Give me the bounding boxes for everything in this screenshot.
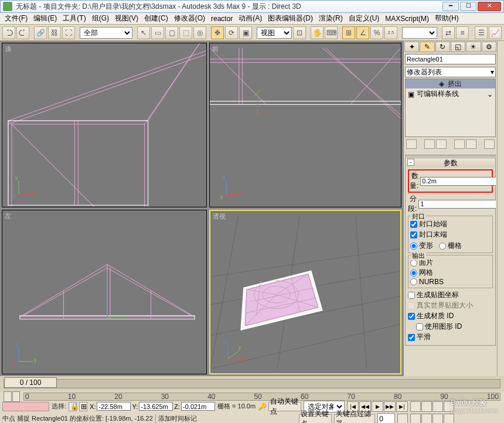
show-end-result-button[interactable] <box>424 139 435 149</box>
angle-snap-button[interactable]: ∠ <box>356 26 369 39</box>
snap-toggle-button[interactable]: ⊞ <box>342 26 355 39</box>
percent-snap-button[interactable]: % <box>370 26 383 39</box>
viewport-front[interactable]: 前 zxy <box>209 43 401 207</box>
undo-button[interactable] <box>2 26 15 39</box>
cap-grid-radio[interactable] <box>439 243 446 250</box>
make-unique-button[interactable] <box>436 139 447 149</box>
menu-item[interactable]: MAXScript(M) <box>383 13 431 24</box>
command-tab-3[interactable]: ◱ <box>451 42 465 52</box>
align-button[interactable]: ≡ <box>456 26 469 39</box>
command-tab-5[interactable]: ⚙ <box>482 42 496 52</box>
bind-button[interactable]: ⛶ <box>62 26 75 39</box>
viewport-pan-button[interactable] <box>410 401 421 412</box>
redo-button[interactable] <box>16 26 29 39</box>
window-crossing-button[interactable]: ⬚ <box>179 26 192 39</box>
nav-walk-button[interactable] <box>421 414 432 424</box>
viewport-zoomext-button[interactable] <box>433 401 443 412</box>
menu-item[interactable]: 工具(T) <box>60 12 88 25</box>
menu-item[interactable]: 帮助(H) <box>433 12 461 25</box>
layer-button[interactable]: ☰ <box>475 26 488 39</box>
remove-modifier-button[interactable] <box>454 139 465 149</box>
output-nurbs-radio[interactable] <box>410 278 417 285</box>
object-name-input[interactable] <box>405 54 496 64</box>
menu-item[interactable]: reactor <box>209 13 235 24</box>
unlink-button[interactable]: ⛓ <box>48 26 61 39</box>
command-tab-1[interactable]: ✎ <box>420 42 434 52</box>
command-tab-4[interactable]: ☀ <box>466 42 481 52</box>
coord-z-input[interactable] <box>181 402 215 411</box>
nav-max-button[interactable] <box>433 414 443 424</box>
manipulate-button[interactable]: 🖐 <box>311 26 323 39</box>
amount-spinner[interactable]: ▴▾ <box>420 177 496 186</box>
mirror-button[interactable]: ⇄ <box>442 26 455 39</box>
next-frame-button[interactable]: ▶▶ <box>384 401 396 412</box>
menu-item[interactable]: 图表编辑器(D) <box>265 12 315 25</box>
abs-rel-button[interactable]: ⊞ <box>79 402 87 411</box>
modifier-sets-button[interactable] <box>484 139 495 149</box>
named-selection-set[interactable] <box>402 27 437 39</box>
setkey-button[interactable]: 设置关键点 <box>299 414 332 424</box>
pivot-center-button[interactable]: ⊡ <box>293 26 306 39</box>
menu-item[interactable]: 自定义(U) <box>346 12 382 25</box>
close-button[interactable]: ✕ <box>478 2 501 11</box>
modifier-list-dropdown[interactable]: 修改器列表▾ <box>405 67 496 77</box>
pin-stack-button[interactable] <box>406 139 417 149</box>
region-rect-button[interactable]: ▢ <box>165 26 178 39</box>
viewport-perspective[interactable]: 透视 <box>209 210 401 374</box>
time-slider[interactable]: 0 / 100 <box>0 376 504 391</box>
ref-coord-dropdown[interactable]: 视图 <box>257 27 292 39</box>
play-button[interactable]: ▶ <box>372 401 383 412</box>
menu-item[interactable]: 编辑(E) <box>31 12 59 25</box>
params-rollup-header[interactable]: -参数 <box>406 158 495 168</box>
maximize-button[interactable]: ☐ <box>460 2 476 11</box>
time-config-button[interactable] <box>397 414 408 424</box>
menu-item[interactable]: 视图(V) <box>113 12 141 25</box>
modifier-stack-header[interactable]: ◈挤出 <box>406 79 495 88</box>
configure-sets-button[interactable] <box>466 139 476 149</box>
menu-item[interactable]: 文件(F) <box>2 12 30 25</box>
modifier-stack[interactable]: ◈挤出 ▣可编辑样条线⌄ <box>405 79 496 137</box>
time-slider-handle[interactable]: 0 / 100 <box>4 377 57 388</box>
modifier-stack-item[interactable]: ▣可编辑样条线⌄ <box>406 88 495 100</box>
nav-min-button[interactable] <box>444 414 454 424</box>
menu-item[interactable]: 修改器(O) <box>172 12 207 25</box>
coord-y-input[interactable] <box>139 402 173 411</box>
scale-button[interactable]: ▣ <box>239 26 252 39</box>
menu-item[interactable]: 动画(A) <box>236 12 264 25</box>
current-frame-input[interactable] <box>377 413 395 424</box>
rotate-button[interactable]: ⟳ <box>225 26 238 39</box>
selection-scope-dropdown[interactable]: 全部 <box>80 27 132 39</box>
track-bar[interactable]: 0102030405060708090100 <box>23 393 500 401</box>
goto-end-button[interactable]: ▶| <box>396 401 408 412</box>
select-button[interactable]: ↖ <box>137 26 150 39</box>
nav-arc-button[interactable] <box>410 414 421 424</box>
output-mesh-radio[interactable] <box>410 270 417 277</box>
menu-item[interactable]: 组(G) <box>90 12 111 25</box>
move-button[interactable]: ✥ <box>211 26 224 39</box>
command-tab-2[interactable]: ↻ <box>435 42 450 52</box>
viewport-zoom-button[interactable] <box>421 401 432 412</box>
cap-end-checkbox[interactable] <box>410 231 417 238</box>
cap-start-checkbox[interactable] <box>410 221 417 228</box>
smooth-checkbox[interactable] <box>408 334 415 341</box>
select-name-button[interactable]: ▭ <box>151 26 164 39</box>
menu-item[interactable]: 创建(C) <box>142 12 171 25</box>
gen-matid-checkbox[interactable] <box>408 313 415 320</box>
cap-morph-radio[interactable] <box>410 243 417 250</box>
segments-spinner[interactable]: ▴▾ <box>418 200 496 209</box>
select-lock-button[interactable]: 🔒 <box>69 402 77 411</box>
link-button[interactable]: 🔗 <box>34 26 47 39</box>
keyboard-shortcut-button[interactable]: ⌨ <box>325 26 338 39</box>
menu-item[interactable]: 渲染(R) <box>316 12 345 25</box>
coord-x-input[interactable] <box>97 402 131 411</box>
spinner-snap-button[interactable]: 2.5 <box>384 26 397 39</box>
curve-editor-button[interactable]: 📈 <box>489 26 502 39</box>
viewport-top[interactable]: 顶 yxz <box>2 43 207 207</box>
gen-map-coords-checkbox[interactable] <box>408 292 415 299</box>
keyfilter-button[interactable]: 关键点过滤器 <box>334 414 375 424</box>
selection-filter-button[interactable]: ◎ <box>193 26 206 39</box>
minimize-button[interactable]: ━ <box>442 2 459 11</box>
use-shapeid-checkbox[interactable] <box>416 323 423 330</box>
viewport-left[interactable]: 左 zyx <box>2 210 207 374</box>
command-tab-0[interactable]: ✦ <box>404 42 419 52</box>
